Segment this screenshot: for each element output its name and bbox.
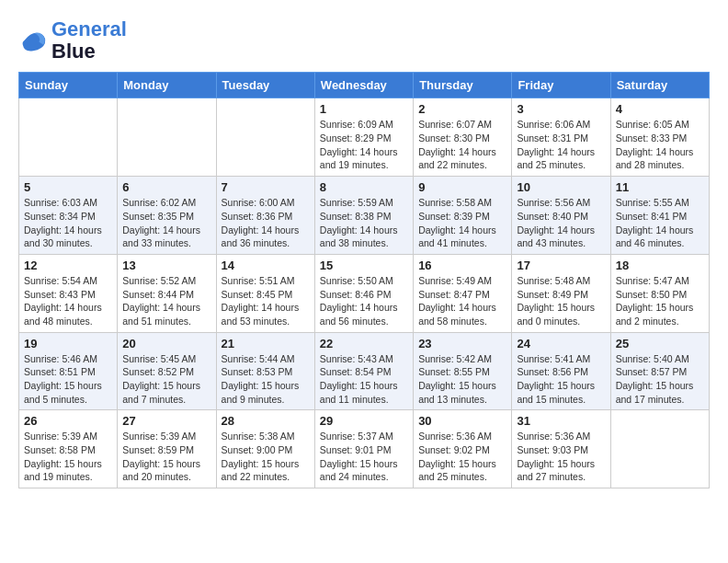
calendar-cell: 12Sunrise: 5:54 AM Sunset: 8:43 PM Dayli… — [19, 254, 118, 332]
day-info: Sunrise: 5:39 AM Sunset: 8:59 PM Dayligh… — [122, 430, 210, 484]
calendar-cell: 17Sunrise: 5:48 AM Sunset: 8:49 PM Dayli… — [512, 254, 610, 332]
day-number: 14 — [222, 259, 310, 272]
day-number: 27 — [122, 414, 210, 428]
day-info: Sunrise: 6:05 AM Sunset: 8:33 PM Dayligh… — [616, 118, 704, 172]
day-info: Sunrise: 5:37 AM Sunset: 9:01 PM Dayligh… — [320, 430, 408, 484]
day-info: Sunrise: 6:06 AM Sunset: 8:31 PM Dayligh… — [517, 118, 605, 172]
header-cell-wednesday: Wednesday — [314, 73, 413, 98]
day-number: 30 — [418, 414, 506, 428]
calendar-week-1: 1Sunrise: 6:09 AM Sunset: 8:29 PM Daylig… — [19, 98, 710, 177]
calendar-cell — [216, 98, 314, 177]
day-info: Sunrise: 5:45 AM Sunset: 8:52 PM Dayligh… — [122, 352, 210, 407]
calendar-cell: 14Sunrise: 5:51 AM Sunset: 8:45 PM Dayli… — [216, 254, 314, 332]
calendar-cell: 7Sunrise: 6:00 AM Sunset: 8:36 PM Daylig… — [216, 177, 314, 255]
calendar-cell: 23Sunrise: 5:42 AM Sunset: 8:55 PM Dayli… — [414, 332, 512, 410]
calendar-week-3: 12Sunrise: 5:54 AM Sunset: 8:43 PM Dayli… — [19, 254, 710, 332]
day-number: 5 — [24, 180, 112, 194]
day-number: 22 — [320, 337, 408, 350]
calendar-cell: 18Sunrise: 5:47 AM Sunset: 8:50 PM Dayli… — [610, 254, 709, 332]
calendar-cell: 27Sunrise: 5:39 AM Sunset: 8:59 PM Dayli… — [118, 410, 216, 488]
calendar-cell: 16Sunrise: 5:49 AM Sunset: 8:47 PM Dayli… — [414, 254, 512, 332]
day-number: 28 — [222, 414, 310, 428]
day-info: Sunrise: 5:36 AM Sunset: 9:03 PM Dayligh… — [517, 430, 605, 484]
calendar-cell: 3Sunrise: 6:06 AM Sunset: 8:31 PM Daylig… — [512, 98, 610, 177]
day-info: Sunrise: 5:51 AM Sunset: 8:45 PM Dayligh… — [222, 274, 310, 328]
day-info: Sunrise: 5:55 AM Sunset: 8:41 PM Dayligh… — [616, 196, 704, 250]
day-info: Sunrise: 5:52 AM Sunset: 8:44 PM Dayligh… — [122, 274, 210, 328]
header-row: SundayMondayTuesdayWednesdayThursdayFrid… — [19, 73, 710, 98]
day-number: 16 — [418, 259, 506, 272]
header-cell-thursday: Thursday — [414, 73, 512, 98]
day-info: Sunrise: 6:00 AM Sunset: 8:36 PM Dayligh… — [222, 196, 310, 250]
calendar-cell: 19Sunrise: 5:46 AM Sunset: 8:51 PM Dayli… — [19, 332, 118, 410]
day-number: 2 — [418, 102, 506, 116]
calendar-cell: 10Sunrise: 5:56 AM Sunset: 8:40 PM Dayli… — [512, 177, 610, 255]
header-cell-sunday: Sunday — [19, 73, 118, 98]
day-info: Sunrise: 5:43 AM Sunset: 8:54 PM Dayligh… — [320, 352, 408, 407]
day-info: Sunrise: 5:44 AM Sunset: 8:53 PM Dayligh… — [222, 352, 310, 407]
day-info: Sunrise: 6:09 AM Sunset: 8:29 PM Dayligh… — [320, 118, 408, 172]
day-info: Sunrise: 5:50 AM Sunset: 8:46 PM Dayligh… — [320, 274, 408, 328]
calendar-table: SundayMondayTuesdayWednesdayThursdayFrid… — [18, 72, 710, 488]
day-number: 18 — [616, 259, 704, 272]
calendar-cell: 1Sunrise: 6:09 AM Sunset: 8:29 PM Daylig… — [314, 98, 413, 177]
day-number: 11 — [616, 180, 704, 194]
day-info: Sunrise: 5:36 AM Sunset: 9:02 PM Dayligh… — [418, 430, 506, 484]
day-number: 8 — [320, 180, 408, 194]
day-info: Sunrise: 5:58 AM Sunset: 8:39 PM Dayligh… — [418, 196, 506, 250]
calendar-cell: 21Sunrise: 5:44 AM Sunset: 8:53 PM Dayli… — [216, 332, 314, 410]
day-info: Sunrise: 5:46 AM Sunset: 8:51 PM Dayligh… — [24, 352, 112, 407]
day-number: 24 — [517, 337, 605, 350]
day-number: 20 — [122, 337, 210, 350]
calendar-cell — [19, 98, 118, 177]
header-cell-monday: Monday — [118, 73, 216, 98]
day-number: 3 — [517, 102, 605, 116]
calendar-week-4: 19Sunrise: 5:46 AM Sunset: 8:51 PM Dayli… — [19, 332, 710, 410]
day-number: 31 — [517, 414, 605, 428]
header-cell-friday: Friday — [512, 73, 610, 98]
day-info: Sunrise: 5:47 AM Sunset: 8:50 PM Dayligh… — [616, 274, 704, 328]
day-info: Sunrise: 6:07 AM Sunset: 8:30 PM Dayligh… — [418, 118, 506, 172]
day-number: 6 — [122, 180, 210, 194]
day-number: 7 — [222, 180, 310, 194]
day-number: 26 — [24, 414, 112, 428]
calendar-cell — [610, 410, 709, 488]
day-number: 4 — [616, 102, 704, 116]
day-info: Sunrise: 6:02 AM Sunset: 8:35 PM Dayligh… — [122, 196, 210, 250]
calendar-cell: 2Sunrise: 6:07 AM Sunset: 8:30 PM Daylig… — [414, 98, 512, 177]
calendar-cell: 28Sunrise: 5:38 AM Sunset: 9:00 PM Dayli… — [216, 410, 314, 488]
day-info: Sunrise: 5:40 AM Sunset: 8:57 PM Dayligh… — [616, 352, 704, 407]
day-info: Sunrise: 5:54 AM Sunset: 8:43 PM Dayligh… — [24, 274, 112, 328]
day-number: 23 — [418, 337, 506, 350]
day-info: Sunrise: 6:03 AM Sunset: 8:34 PM Dayligh… — [24, 196, 112, 250]
day-number: 10 — [517, 180, 605, 194]
calendar-cell: 8Sunrise: 5:59 AM Sunset: 8:38 PM Daylig… — [314, 177, 413, 255]
calendar-cell: 11Sunrise: 5:55 AM Sunset: 8:41 PM Dayli… — [610, 177, 709, 255]
day-number: 12 — [24, 259, 112, 272]
calendar-cell: 26Sunrise: 5:39 AM Sunset: 8:58 PM Dayli… — [19, 410, 118, 488]
calendar-cell: 4Sunrise: 6:05 AM Sunset: 8:33 PM Daylig… — [610, 98, 709, 177]
day-number: 29 — [320, 414, 408, 428]
calendar-cell: 24Sunrise: 5:41 AM Sunset: 8:56 PM Dayli… — [512, 332, 610, 410]
logo: General Blue — [18, 18, 127, 63]
day-info: Sunrise: 5:48 AM Sunset: 8:49 PM Dayligh… — [517, 274, 605, 328]
day-info: Sunrise: 5:39 AM Sunset: 8:58 PM Dayligh… — [24, 430, 112, 484]
day-number: 17 — [517, 259, 605, 272]
day-number: 19 — [24, 337, 112, 350]
day-info: Sunrise: 5:38 AM Sunset: 9:00 PM Dayligh… — [222, 430, 310, 484]
header-cell-saturday: Saturday — [610, 73, 709, 98]
calendar-cell: 5Sunrise: 6:03 AM Sunset: 8:34 PM Daylig… — [19, 177, 118, 255]
calendar-week-5: 26Sunrise: 5:39 AM Sunset: 8:58 PM Dayli… — [19, 410, 710, 488]
day-info: Sunrise: 5:41 AM Sunset: 8:56 PM Dayligh… — [517, 352, 605, 407]
calendar-cell: 25Sunrise: 5:40 AM Sunset: 8:57 PM Dayli… — [610, 332, 709, 410]
day-number: 21 — [222, 337, 310, 350]
day-number: 25 — [616, 337, 704, 350]
calendar-cell: 20Sunrise: 5:45 AM Sunset: 8:52 PM Dayli… — [118, 332, 216, 410]
calendar-cell: 9Sunrise: 5:58 AM Sunset: 8:39 PM Daylig… — [414, 177, 512, 255]
calendar-week-2: 5Sunrise: 6:03 AM Sunset: 8:34 PM Daylig… — [19, 177, 710, 255]
calendar-cell: 15Sunrise: 5:50 AM Sunset: 8:46 PM Dayli… — [314, 254, 413, 332]
day-info: Sunrise: 5:42 AM Sunset: 8:55 PM Dayligh… — [418, 352, 506, 407]
page-header: General Blue — [18, 18, 710, 63]
day-info: Sunrise: 5:49 AM Sunset: 8:47 PM Dayligh… — [418, 274, 506, 328]
day-info: Sunrise: 5:56 AM Sunset: 8:40 PM Dayligh… — [517, 196, 605, 250]
